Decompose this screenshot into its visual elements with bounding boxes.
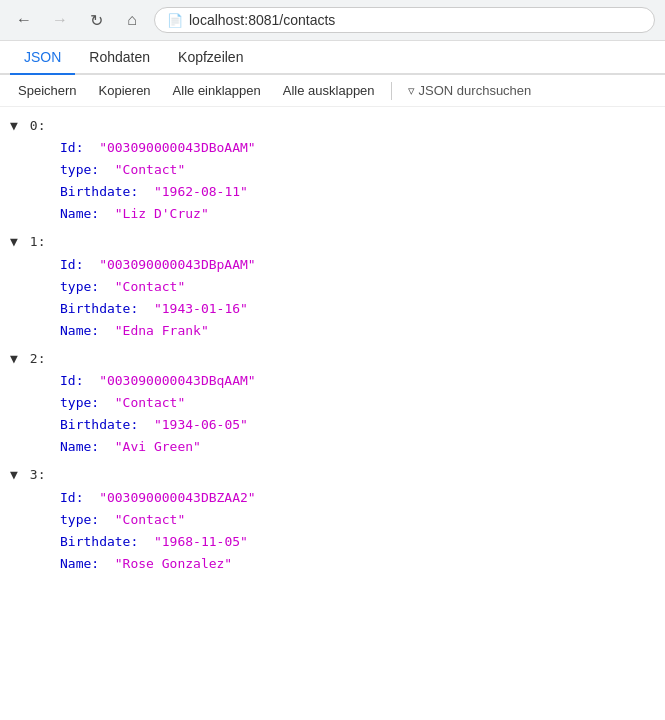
field-value: "Contact" [115,395,185,410]
field-value: "Avi Green" [115,439,201,454]
field-key: Birthdate: [60,184,138,199]
field-row: Id: "003090000043DBpAAM" [10,254,655,276]
toggle-arrow[interactable]: ▼ [10,231,22,253]
toolbar-divider [391,82,392,100]
field-value: "Contact" [115,512,185,527]
field-value: "1968-11-05" [154,534,248,549]
record-index-2[interactable]: ▼ 2: [10,348,655,370]
field-row: Name: "Edna Frank" [10,320,655,342]
field-row: type: "Contact" [10,392,655,414]
field-value: "Liz D'Cruz" [115,206,209,221]
field-row: Name: "Avi Green" [10,436,655,458]
tabs-bar: JSON Rohdaten Kopfzeilen [0,41,665,75]
field-value: "Contact" [115,162,185,177]
record-index-3[interactable]: ▼ 3: [10,464,655,486]
field-row: Name: "Rose Gonzalez" [10,553,655,575]
reload-button[interactable]: ↻ [82,6,110,34]
field-key: type: [60,162,99,177]
field-value: "003090000043DBZAA2" [99,490,256,505]
field-key: Name: [60,206,99,221]
field-key: Id: [60,257,83,272]
field-key: type: [60,512,99,527]
collapse-all-button[interactable]: Alle einklappen [165,80,269,101]
field-value: "003090000043DBpAAM" [99,257,256,272]
field-row: Birthdate: "1934-06-05" [10,414,655,436]
expand-all-button[interactable]: Alle ausklappen [275,80,383,101]
search-label: JSON durchsuchen [419,83,532,98]
field-key: Id: [60,490,83,505]
field-row: Birthdate: "1943-01-16" [10,298,655,320]
field-key: type: [60,395,99,410]
toggle-arrow[interactable]: ▼ [10,115,22,137]
record-index-1[interactable]: ▼ 1: [10,231,655,253]
json-content: ▼ 0:Id: "003090000043DBoAAM"type: "Conta… [0,107,665,589]
search-json-button[interactable]: ▿ JSON durchsuchen [400,80,540,101]
field-value: "003090000043DBqAAM" [99,373,256,388]
tab-json[interactable]: JSON [10,41,75,75]
address-bar[interactable]: 📄 localhost:8081/contacts [154,7,655,33]
field-value: "1934-06-05" [154,417,248,432]
toggle-arrow[interactable]: ▼ [10,464,22,486]
url-text: localhost:8081/contacts [189,12,335,28]
record-index-0[interactable]: ▼ 0: [10,115,655,137]
field-row: Name: "Liz D'Cruz" [10,203,655,225]
back-button[interactable]: ← [10,6,38,34]
toggle-arrow[interactable]: ▼ [10,348,22,370]
field-key: Id: [60,140,83,155]
field-value: "1962-08-11" [154,184,248,199]
field-row: type: "Contact" [10,276,655,298]
page-icon: 📄 [167,13,183,28]
field-key: Name: [60,439,99,454]
field-row: Id: "003090000043DBZAA2" [10,487,655,509]
field-value: "Edna Frank" [115,323,209,338]
copy-button[interactable]: Kopieren [91,80,159,101]
tab-kopfzeilen[interactable]: Kopfzeilen [164,41,257,75]
field-value: "003090000043DBoAAM" [99,140,256,155]
field-row: Id: "003090000043DBqAAM" [10,370,655,392]
field-row: type: "Contact" [10,509,655,531]
tab-rohdaten[interactable]: Rohdaten [75,41,164,75]
field-key: Id: [60,373,83,388]
browser-bar: ← → ↻ ⌂ 📄 localhost:8081/contacts [0,0,665,41]
field-key: Birthdate: [60,534,138,549]
field-key: Birthdate: [60,301,138,316]
field-key: Birthdate: [60,417,138,432]
field-row: Birthdate: "1968-11-05" [10,531,655,553]
field-row: type: "Contact" [10,159,655,181]
field-row: Birthdate: "1962-08-11" [10,181,655,203]
filter-icon: ▿ [408,83,415,98]
field-value: "1943-01-16" [154,301,248,316]
home-button[interactable]: ⌂ [118,6,146,34]
toolbar: Speichern Kopieren Alle einklappen Alle … [0,75,665,107]
field-row: Id: "003090000043DBoAAM" [10,137,655,159]
field-key: Name: [60,323,99,338]
forward-button[interactable]: → [46,6,74,34]
field-key: Name: [60,556,99,571]
field-value: "Contact" [115,279,185,294]
field-value: "Rose Gonzalez" [115,556,232,571]
field-key: type: [60,279,99,294]
save-button[interactable]: Speichern [10,80,85,101]
